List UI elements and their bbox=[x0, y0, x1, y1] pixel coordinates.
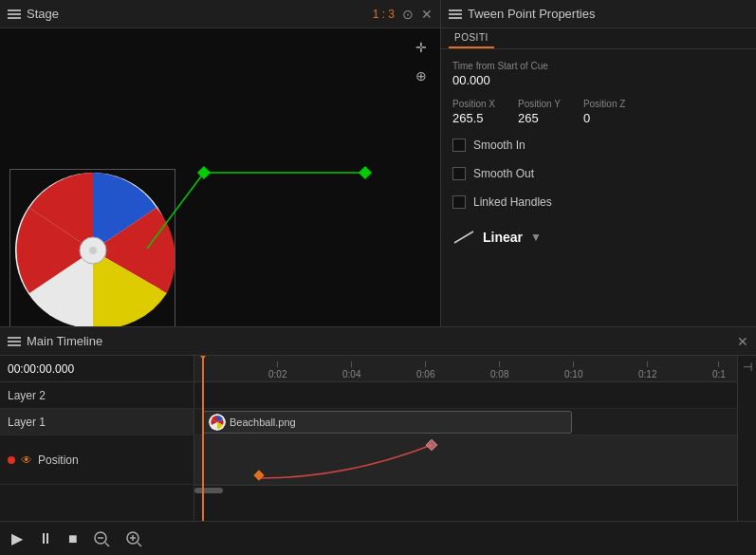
position-x-field: Position X 265.5 bbox=[452, 99, 495, 125]
svg-rect-10 bbox=[426, 439, 436, 450]
position-property-label: 👁 Position bbox=[0, 435, 194, 485]
time-from-start-label: Time from Start of Cue bbox=[452, 61, 745, 71]
jump-to-end-icon[interactable]: ⊣ bbox=[743, 361, 752, 374]
smooth-out-checkbox[interactable] bbox=[452, 167, 466, 180]
smooth-out-row: Smooth Out bbox=[452, 167, 745, 180]
svg-rect-5 bbox=[197, 166, 211, 179]
stage-controls: ✛ ⊕ bbox=[410, 36, 433, 87]
props-tab-bar: POSITI bbox=[441, 28, 756, 49]
layer1-track: Beachball.png bbox=[194, 409, 737, 435]
zoom-out-button[interactable] bbox=[89, 528, 114, 549]
smooth-in-row: Smooth In bbox=[452, 139, 745, 152]
zoom-in-button[interactable] bbox=[121, 528, 146, 549]
ruler-mark-004: 0:04 bbox=[342, 361, 360, 379]
stage-menu-icon[interactable] bbox=[8, 9, 21, 19]
clip-name: Beachball.png bbox=[230, 416, 296, 428]
timeline-menu-icon[interactable] bbox=[8, 337, 21, 346]
linked-handles-row: Linked Handles bbox=[452, 195, 745, 209]
stage-time-display: 1 : 3 bbox=[373, 8, 395, 21]
timeline-scrollbar[interactable] bbox=[194, 485, 737, 494]
position-y-label: Position Y bbox=[518, 99, 561, 109]
position-fields-row: Position X 265.5 Position Y 265 Position… bbox=[452, 99, 745, 125]
pause-button[interactable]: ⏸ bbox=[34, 528, 57, 549]
position-z-field: Position Z 0 bbox=[583, 99, 625, 125]
playhead[interactable] bbox=[202, 356, 204, 521]
stage-header-left: Stage bbox=[8, 7, 59, 21]
timeline-body: 00:00:00.000 Layer 2 Layer 1 👁 Position … bbox=[0, 356, 756, 521]
svg-rect-9 bbox=[253, 470, 264, 480]
position-z-label: Position Z bbox=[583, 99, 625, 109]
beachball-clip[interactable]: Beachball.png bbox=[202, 411, 572, 434]
linear-interpolation-icon bbox=[452, 230, 475, 245]
properties-panel: Tween Point Properties POSITI Time from … bbox=[441, 0, 756, 326]
position-track bbox=[194, 435, 737, 485]
stage-title: Stage bbox=[27, 7, 59, 21]
timeline-end-jump[interactable]: ⊣ bbox=[737, 356, 756, 521]
timeline-section: Main Timeline ✕ 00:00:00.000 Layer 2 Lay… bbox=[0, 327, 756, 555]
eye-icon[interactable]: 👁 bbox=[21, 453, 32, 467]
interpolation-dropdown[interactable]: Linear ▼ bbox=[483, 230, 542, 245]
time-from-start-field: Time from Start of Cue 00.000 bbox=[452, 61, 745, 87]
smooth-out-label: Smooth Out bbox=[473, 167, 534, 180]
linked-handles-label: Linked Handles bbox=[473, 195, 552, 209]
interpolation-label: Linear bbox=[483, 230, 523, 245]
zoom-in-button[interactable]: ⊕ bbox=[410, 65, 433, 87]
timeline-close-button[interactable]: ✕ bbox=[737, 334, 748, 349]
position-z-value: 0 bbox=[583, 111, 625, 125]
svg-line-7 bbox=[454, 231, 473, 243]
timeline-header: Main Timeline ✕ bbox=[0, 327, 756, 356]
timeline-title: Main Timeline bbox=[27, 334, 102, 348]
stage-close-button[interactable]: ✕ bbox=[421, 7, 433, 22]
history-icon[interactable]: ⊙ bbox=[402, 7, 414, 22]
layer1-label[interactable]: Layer 1 bbox=[0, 409, 194, 435]
zoom-out-icon bbox=[93, 530, 110, 547]
position-y-value: 265 bbox=[518, 111, 561, 125]
layer2-track bbox=[194, 382, 737, 409]
layer2-label[interactable]: Layer 2 bbox=[0, 382, 194, 409]
smooth-in-checkbox[interactable] bbox=[452, 139, 466, 152]
svg-line-3 bbox=[147, 173, 204, 249]
scrollbar-thumb[interactable] bbox=[194, 488, 223, 493]
ruler-mark-006: 0:06 bbox=[416, 361, 434, 379]
ruler-mark-010: 0:10 bbox=[564, 361, 582, 379]
record-dot-icon bbox=[8, 456, 15, 464]
props-title: Tween Point Properties bbox=[468, 7, 595, 21]
time-from-start-value: 00.000 bbox=[452, 73, 745, 87]
linked-handles-checkbox[interactable] bbox=[452, 195, 466, 209]
ruler-mark-008: 0:08 bbox=[490, 361, 508, 379]
props-content: Time from Start of Cue 00.000 Position X… bbox=[441, 49, 756, 256]
ruler-mark-014: 0:1 bbox=[712, 361, 726, 379]
stop-button[interactable]: ■ bbox=[65, 528, 82, 549]
position-x-value: 265.5 bbox=[452, 111, 495, 125]
timeline-labels: 00:00:00.000 Layer 2 Layer 1 👁 Position bbox=[0, 356, 194, 521]
move-tool-button[interactable]: ✛ bbox=[410, 36, 433, 59]
timeline-ruler: 0:02 0:04 0:06 0:08 0:10 0:12 0:1 bbox=[194, 356, 737, 382]
stage-canvas: ✛ ⊕ bbox=[0, 28, 440, 326]
position-x-label: Position X bbox=[452, 99, 495, 109]
playhead-triangle bbox=[197, 356, 209, 360]
tab-position[interactable]: POSITI bbox=[449, 28, 494, 48]
motion-path bbox=[0, 28, 440, 326]
stage-header-right: 1 : 3 ⊙ ✕ bbox=[373, 7, 433, 22]
position-label: Position bbox=[38, 453, 79, 467]
clip-thumbnail bbox=[209, 414, 226, 431]
svg-line-13 bbox=[105, 543, 109, 546]
svg-rect-6 bbox=[359, 166, 372, 179]
ruler-mark-012: 0:12 bbox=[638, 361, 656, 379]
timeline-header-left: Main Timeline bbox=[8, 334, 102, 348]
interpolation-row: Linear ▼ bbox=[452, 230, 745, 245]
timeline-footer: ▶ ⏸ ■ bbox=[0, 521, 756, 555]
props-menu-icon[interactable] bbox=[449, 9, 462, 19]
play-button[interactable]: ▶ bbox=[8, 527, 27, 549]
zoom-in-icon bbox=[125, 530, 142, 547]
timeline-tracks: 0:02 0:04 0:06 0:08 0:10 0:12 0:1 bbox=[194, 356, 737, 521]
timecode-display: 00:00:00.000 bbox=[0, 356, 194, 382]
props-header: Tween Point Properties bbox=[441, 0, 756, 28]
chevron-down-icon: ▼ bbox=[530, 231, 542, 244]
smooth-in-label: Smooth In bbox=[473, 139, 526, 152]
stage-header: Stage 1 : 3 ⊙ ✕ bbox=[0, 0, 440, 28]
svg-line-17 bbox=[138, 543, 141, 546]
position-y-field: Position Y 265 bbox=[518, 99, 561, 125]
stage-panel: Stage 1 : 3 ⊙ ✕ bbox=[0, 0, 441, 326]
ruler-mark-002: 0:02 bbox=[268, 361, 286, 379]
